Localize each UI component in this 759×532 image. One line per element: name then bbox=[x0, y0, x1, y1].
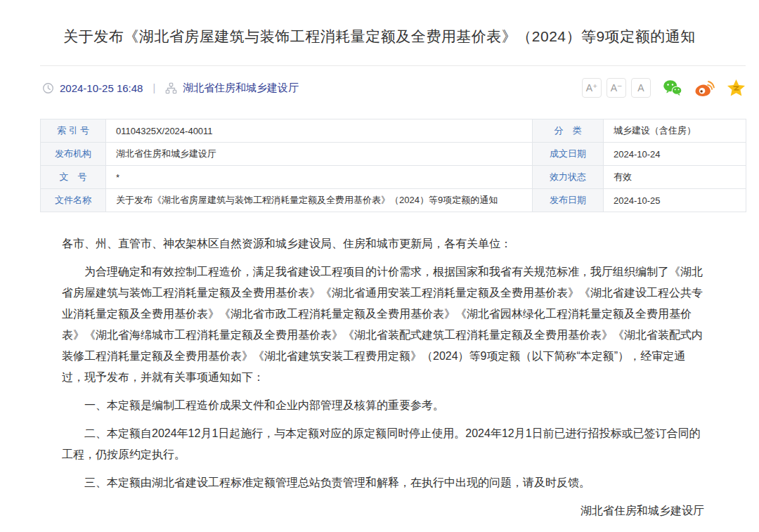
font-decrease-button[interactable]: A⁻ bbox=[606, 78, 626, 98]
document-info-table: 索 引 号 01104325X/2024-40011 分 类 城乡建设（含住房）… bbox=[40, 119, 746, 212]
meta-right: A⁺ A⁻ A bbox=[577, 78, 746, 98]
issuing-agency-label: 发布机构 bbox=[41, 143, 106, 166]
doc-number-value: * bbox=[106, 166, 533, 189]
font-reset-button[interactable]: A bbox=[631, 78, 651, 98]
source-agency: 湖北省住房和城乡建设厅 bbox=[183, 82, 299, 95]
written-date-value: 2024-10-24 bbox=[604, 143, 746, 166]
qzone-share-icon[interactable] bbox=[727, 79, 746, 97]
index-number-value: 01104325X/2024-40011 bbox=[106, 119, 533, 143]
body-paragraph-item-1: 一、本定额是编制工程造价成果文件和企业内部管理及核算的重要参考。 bbox=[62, 395, 704, 416]
signature-agency: 湖北省住房和城乡建设厅 bbox=[62, 500, 704, 521]
notice-page: 关于发布《湖北省房屋建筑与装饰工程消耗量定额及全费用基价表》（2024）等9项定… bbox=[0, 0, 759, 532]
source-sitemap-icon bbox=[165, 82, 177, 94]
publish-date-label: 发布日期 bbox=[533, 189, 604, 212]
meta-left: 2024-10-25 16:48 | 湖北省住房和城乡建设厅 bbox=[40, 82, 299, 95]
salutation: 各市、州、直管市、神农架林区自然资源和城乡建设局、住房和城市更新局，各有关单位： bbox=[62, 233, 704, 254]
notice-body: 各市、州、直管市、神农架林区自然资源和城乡建设局、住房和城市更新局，各有关单位：… bbox=[62, 233, 704, 532]
meta-separator: | bbox=[153, 82, 155, 93]
table-row: 文 号 * 效力状态 有效 bbox=[41, 166, 746, 189]
meta-bar: 2024-10-25 16:48 | 湖北省住房和城乡建设厅 A⁺ A⁻ A bbox=[40, 75, 746, 100]
title-section: 关于发布《湖北省房屋建筑与装饰工程消耗量定额及全费用基价表》（2024）等9项定… bbox=[0, 0, 759, 46]
doc-name-label: 文件名称 bbox=[41, 189, 106, 212]
page-title: 关于发布《湖北省房屋建筑与装饰工程消耗量定额及全费用基价表》（2024）等9项定… bbox=[0, 27, 759, 46]
body-paragraph-item-3: 三、本定额由湖北省建设工程标准定额管理总站负责管理和解释，在执行中出现的问题，请… bbox=[62, 472, 704, 493]
main-content: 2024-10-25 16:48 | 湖北省住房和城乡建设厅 A⁺ A⁻ A bbox=[40, 65, 746, 532]
validity-value: 有效 bbox=[604, 166, 746, 189]
publish-date-value: 2024-10-25 bbox=[604, 189, 746, 212]
table-row: 发布机构 湖北省住房和城乡建设厅 成文日期 2024-10-24 bbox=[41, 143, 746, 166]
body-paragraph-item-2: 二、本定额自2024年12月1日起施行，与本定额对应的原定额同时停止使用。202… bbox=[62, 423, 704, 465]
wechat-share-icon[interactable] bbox=[663, 79, 682, 96]
written-date-label: 成文日期 bbox=[533, 143, 604, 166]
weibo-share-icon[interactable] bbox=[694, 79, 715, 97]
doc-number-label: 文 号 bbox=[41, 166, 106, 189]
issuing-agency-value: 湖北省住房和城乡建设厅 bbox=[106, 143, 533, 166]
doc-name-value: 关于发布《湖北省房屋建筑与装饰工程消耗量定额及全费用基价表》（2024）等9项定… bbox=[106, 189, 533, 212]
font-increase-button[interactable]: A⁺ bbox=[582, 78, 602, 98]
index-number-label: 索 引 号 bbox=[41, 119, 106, 143]
clock-icon bbox=[42, 82, 54, 94]
title-divider bbox=[40, 65, 746, 66]
publish-datetime: 2024-10-25 16:48 bbox=[60, 82, 143, 94]
category-value: 城乡建设（含住房） bbox=[604, 119, 746, 143]
table-row: 文件名称 关于发布《湖北省房屋建筑与装饰工程消耗量定额及全费用基价表》（2024… bbox=[41, 189, 746, 212]
category-label: 分 类 bbox=[533, 119, 604, 143]
validity-label: 效力状态 bbox=[533, 166, 604, 189]
body-paragraph: 为合理确定和有效控制工程造价，满足我省建设工程项目的计价需求，根据国家和我省有关… bbox=[62, 261, 704, 388]
signature-date: 2024年10月24日 bbox=[62, 528, 704, 532]
table-row: 索 引 号 01104325X/2024-40011 分 类 城乡建设（含住房） bbox=[41, 119, 746, 143]
